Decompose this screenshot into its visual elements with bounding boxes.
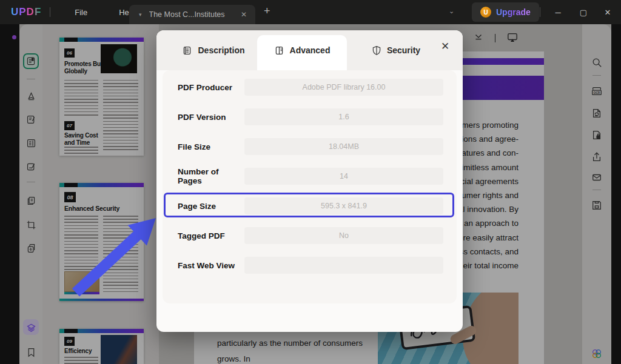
collapse-chevron-icon[interactable]: ⌄ [449,7,454,15]
field-row-pdf-producer: PDF Producer Adobe PDF library 16.00 [178,79,443,96]
tab-label: Security [387,45,420,55]
field-label: Fast Web View [178,261,244,270]
document-tab[interactable]: ▾ The Most C...Institutes ✕ [129,5,255,24]
description-icon [182,45,192,56]
field-label: Number of Pages [178,167,244,185]
updf-app-window: UPDF File Help ▾ The Most C...Institutes… [0,0,621,364]
menu-file[interactable]: File [59,8,103,17]
number-of-pages-value[interactable]: 14 [244,168,443,185]
titlebar-divider [50,7,50,17]
tab-label: Advanced [290,45,331,55]
tab-chevron-icon[interactable]: ▾ [139,12,142,18]
tab-close-icon[interactable]: ✕ [241,10,247,19]
window-close-button[interactable]: ✕ [596,0,620,24]
updf-logo: UPDF [11,6,41,18]
upgrade-button[interactable]: U Upgrade [472,2,539,22]
tagged-pdf-value[interactable]: No [244,227,443,244]
window-maximize-button[interactable]: ▢ [571,0,596,24]
tab-label: Description [198,45,244,55]
field-row-number-of-pages: Number of Pages 14 [178,168,443,185]
file-size-value[interactable]: 18.04MB [244,138,443,155]
tab-description[interactable]: Description [171,30,256,70]
field-row-file-size: File Size 18.04MB [178,138,443,155]
field-label: Tagged PDF [178,231,244,240]
tab-advanced[interactable]: Advanced [261,30,343,70]
page-size-highlight-border [164,193,454,217]
security-shield-icon [372,45,381,55]
dialog-close-icon[interactable]: ✕ [441,40,449,53]
dialog-fields-panel: PDF Producer Adobe PDF library 16.00 PDF… [163,70,457,303]
field-row-pdf-version: PDF Version 1.6 [178,108,443,125]
field-row-fast-web-view: Fast Web View [178,257,443,274]
field-label: PDF Producer [178,83,244,92]
document-properties-dialog: Description Advanced Security PDF Produc… [156,30,463,332]
titlebar: UPDF File Help ▾ The Most C...Institutes… [0,0,621,24]
window-minimize-button[interactable]: ─ [546,0,570,24]
tab-title: The Most C...Institutes [149,10,232,19]
tab-security[interactable]: Security [357,30,435,70]
upgrade-badge-icon: U [480,7,491,18]
field-label: PDF Version [178,113,244,122]
new-tab-button[interactable]: + [264,5,270,18]
advanced-icon [274,45,284,56]
titlebar-divider-2 [540,7,540,17]
field-label: File Size [178,142,244,151]
field-row-tagged-pdf: Tagged PDF No [178,227,443,244]
fast-web-view-value[interactable] [244,257,443,274]
pdf-producer-value[interactable]: Adobe PDF library 16.00 [244,79,443,96]
pdf-version-value[interactable]: 1.6 [244,108,443,125]
upgrade-label: Upgrade [496,7,531,17]
